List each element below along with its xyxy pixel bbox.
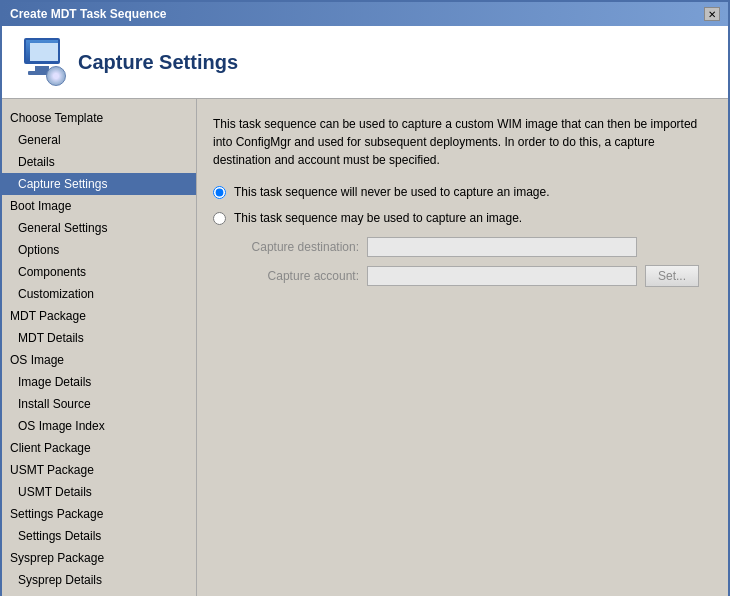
sidebar-item-usmt-package[interactable]: USMT Package	[2, 459, 196, 481]
monitor-icon	[24, 38, 60, 64]
capture-destination-input[interactable]	[367, 237, 637, 257]
sidebar-item-options[interactable]: Options	[2, 239, 196, 261]
sidebar-item-mdt-details[interactable]: MDT Details	[2, 327, 196, 349]
radio-option-never: This task sequence will never be used to…	[213, 185, 712, 199]
window-body: Capture Settings Choose TemplateGeneralD…	[2, 26, 728, 596]
radio-never-label[interactable]: This task sequence will never be used to…	[234, 185, 550, 199]
sidebar-item-image-details[interactable]: Image Details	[2, 371, 196, 393]
sidebar-item-settings-package[interactable]: Settings Package	[2, 503, 196, 525]
sidebar-item-customization[interactable]: Customization	[2, 283, 196, 305]
header-icon	[18, 38, 66, 86]
radio-never[interactable]	[213, 186, 226, 199]
sidebar-item-capture-settings[interactable]: Capture Settings	[2, 173, 196, 195]
radio-may[interactable]	[213, 212, 226, 225]
sidebar-item-choose-template[interactable]: Choose Template	[2, 107, 196, 129]
sidebar-item-os-image[interactable]: OS Image	[2, 349, 196, 371]
cd-icon	[46, 66, 66, 86]
set-button[interactable]: Set...	[645, 265, 699, 287]
capture-account-label: Capture account:	[237, 269, 367, 283]
sidebar-item-details[interactable]: Details	[2, 151, 196, 173]
sidebar-item-mdt-package[interactable]: MDT Package	[2, 305, 196, 327]
sidebar-item-install-source[interactable]: Install Source	[2, 393, 196, 415]
sidebar-item-sysprep-package[interactable]: Sysprep Package	[2, 547, 196, 569]
monitor-screen	[30, 43, 58, 61]
sidebar-item-boot-image[interactable]: Boot Image	[2, 195, 196, 217]
content-area: This task sequence can be used to captur…	[197, 99, 728, 596]
window-title: Create MDT Task Sequence	[10, 7, 167, 21]
capture-account-row: Capture account: Set...	[237, 265, 712, 287]
sidebar-item-settings-details[interactable]: Settings Details	[2, 525, 196, 547]
main-window: Create MDT Task Sequence ✕ Capture Setti…	[0, 0, 730, 596]
sidebar-item-summary[interactable]: Summary	[2, 591, 196, 596]
capture-account-input[interactable]	[367, 266, 637, 286]
close-button[interactable]: ✕	[704, 7, 720, 21]
header-area: Capture Settings	[2, 26, 728, 99]
sidebar-item-os-image-index[interactable]: OS Image Index	[2, 415, 196, 437]
sidebar-item-sysprep-details[interactable]: Sysprep Details	[2, 569, 196, 591]
sidebar-item-client-package[interactable]: Client Package	[2, 437, 196, 459]
sidebar-item-usmt-details[interactable]: USMT Details	[2, 481, 196, 503]
description-text: This task sequence can be used to captur…	[213, 115, 712, 169]
capture-fields: Capture destination: Capture account: Se…	[237, 237, 712, 287]
page-title: Capture Settings	[78, 51, 238, 74]
main-content: Choose TemplateGeneralDetailsCapture Set…	[2, 99, 728, 596]
radio-option-may: This task sequence may be used to captur…	[213, 211, 712, 225]
sidebar-item-components[interactable]: Components	[2, 261, 196, 283]
title-bar: Create MDT Task Sequence ✕	[2, 2, 728, 26]
sidebar-item-general[interactable]: General	[2, 129, 196, 151]
sidebar: Choose TemplateGeneralDetailsCapture Set…	[2, 99, 197, 596]
capture-destination-row: Capture destination:	[237, 237, 712, 257]
radio-may-label[interactable]: This task sequence may be used to captur…	[234, 211, 522, 225]
sidebar-item-general-settings[interactable]: General Settings	[2, 217, 196, 239]
capture-destination-label: Capture destination:	[237, 240, 367, 254]
